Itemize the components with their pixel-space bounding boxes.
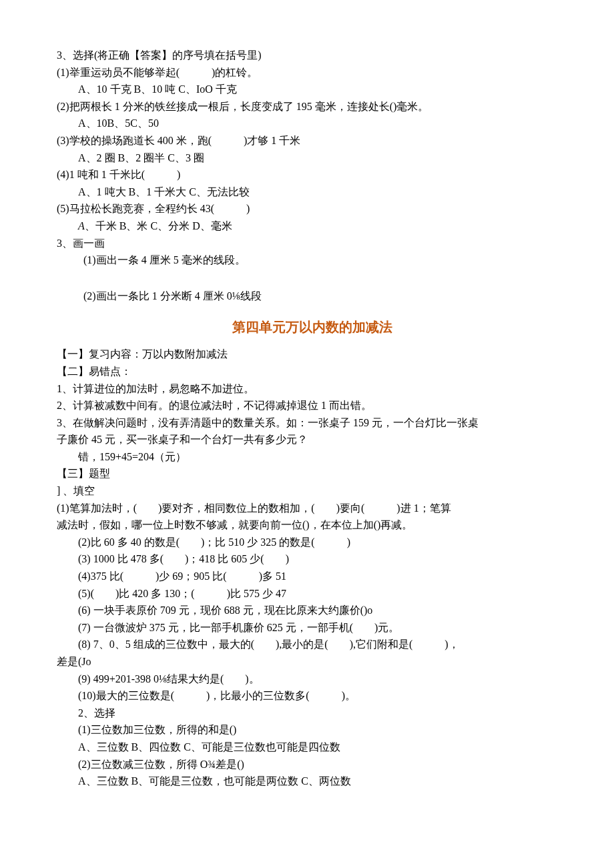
error-3c: 错，159+45=204（元）: [57, 448, 567, 466]
q3-3: (3)学校的操场跑道长 400 米，跑( )才够 1 千米: [57, 132, 567, 149]
fill-5: (5)( )比 420 多 130；( )比 575 少 47: [57, 585, 567, 602]
choice-2-opts: A、三位数 B、可能是三位数，也可能是两位数 C、两位数: [57, 773, 567, 790]
q3-4-opts: A、1 吨大 B、1 千米大 C、无法比较: [57, 183, 567, 201]
q3b-title: 3、画一画: [57, 235, 567, 252]
blank-line: [57, 276, 567, 288]
fill-10: (10)最大的三位数是( )，比最小的三位数多( )。: [57, 687, 567, 705]
q3-3-opts: A、2 圈 B、2 圈半 C、3 圈: [57, 149, 567, 167]
q3-5-opt-a: A: [78, 220, 85, 232]
q3-5-opts-rest: 、千米 B、米 C、分米 D、毫米: [85, 220, 232, 232]
q3-5-opts: A、千米 B、米 C、分米 D、毫米: [57, 218, 567, 235]
error-3a: 3、在做解决问题时，没有弄清题中的数量关系。如：一张桌子 159 元，一个台灯比…: [57, 414, 567, 432]
fill-8b: 差是(Jo: [57, 653, 567, 671]
error-3b: 子廉价 45 元，买一张桌子和一个台灯一共有多少元？: [57, 431, 567, 448]
review-content: 【一】复习内容：万以内数附加减法: [57, 346, 567, 363]
q3-title: 3、选择(将正确【答案】的序号填在括号里): [57, 47, 567, 64]
choice-title: 2、选择: [57, 705, 567, 722]
fill-2: (2)比 60 多 40 的数是( )；比 510 少 325 的数是( ): [57, 534, 567, 551]
fill-8a: (8) 7、0、5 组成的三位数中，最大的( ),最小的是( ),它们附和是( …: [57, 636, 567, 653]
error-2: 2、计算被减数中间有。的退位减法时，不记得减掉退位 1 而出错。: [57, 397, 567, 414]
q3-1: (1)举重运动员不能够举起( )的杠铃。: [57, 64, 567, 81]
question-types-title: 【三】题型: [57, 465, 567, 482]
q3-4: (4)1 吨和 1 千米比( ): [57, 166, 567, 183]
choice-2: (2)三位数减三位数，所得 O¾差是(): [57, 756, 567, 773]
error-1: 1、计算进位的加法时，易忽略不加进位。: [57, 380, 567, 398]
q3-2-opts: A、10B、5C、50: [57, 115, 567, 132]
fill-1a: (1)笔算加法时，( )要对齐，相同数位上的数相加，( )要向( )进 1；笔算: [57, 500, 567, 517]
q3-2: (2)把两根长 1 分米的铁丝接成一根后，长度变成了 195 毫米，连接处长()…: [57, 98, 567, 115]
q3-5: (5)马拉松长跑竞赛，全程约长 43( ): [57, 200, 567, 218]
choice-1-opts: A、三位数 B、四位数 C、可能是三位数也可能是四位数: [57, 739, 567, 756]
section-title: 第四单元万以内数的加减法: [57, 316, 567, 338]
error-points-title: 【二】易错点：: [57, 363, 567, 380]
fill-blank-title: ] 、填空: [57, 482, 567, 500]
fill-3: (3) 1000 比 478 多( )；418 比 605 少( ): [57, 550, 567, 568]
fill-9: (9) 499+201-398 0⅛结果大约是( )。: [57, 671, 567, 688]
q3b-1: (1)画出一条 4 厘米 5 毫米的线段。: [57, 252, 567, 269]
q3-1-opts: A、10 千克 B、10 吨 C、IoO 千克: [57, 81, 567, 98]
q3b-2: (2)画出一条比 1 分米断 4 厘米 0⅛线段: [57, 288, 567, 305]
fill-7: (7) 一台微波炉 375 元，比一部手机廉价 625 元，一部手机( )元。: [57, 619, 567, 636]
fill-4: (4)375 比( )少 69；905 比( )多 51: [57, 568, 567, 585]
fill-1b: 减法时，假如，哪一位上时数不够减，就要向前一位()，在本位上加()再减。: [57, 516, 567, 534]
choice-1: (1)三位数加三位数，所得的和是(): [57, 721, 567, 739]
fill-6: (6) 一块手表原价 709 元，现价 688 元，现在比原来大约廉价()o: [57, 602, 567, 619]
